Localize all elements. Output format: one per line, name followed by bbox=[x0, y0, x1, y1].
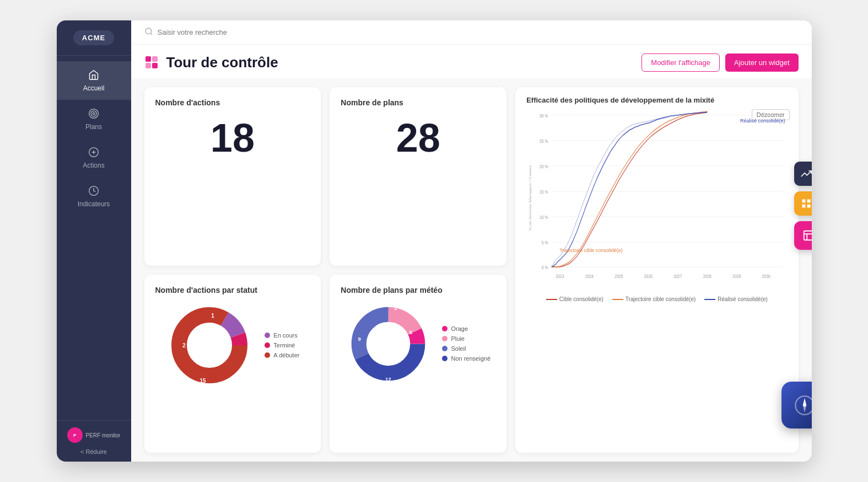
actions-status-legend: En cours Terminé A débuter bbox=[265, 332, 299, 358]
page-title: Tour de contrôle bbox=[166, 54, 278, 71]
cible-line-icon bbox=[546, 299, 557, 300]
sidebar-item-actions[interactable]: Actions bbox=[57, 138, 131, 177]
svg-text:25 %: 25 % bbox=[540, 138, 548, 144]
cible-label: Cible consolidé(e) bbox=[559, 296, 603, 302]
a-debuter-dot bbox=[265, 352, 270, 358]
sidebar-footer: P PERF monitor < Réduire bbox=[57, 420, 131, 462]
sidebar-logo: ACME bbox=[57, 20, 131, 56]
reduce-label: < Réduire bbox=[80, 448, 107, 455]
plans-donut-container: 12 9 5 2 Orage Pluie bbox=[341, 301, 495, 387]
svg-rect-12 bbox=[152, 63, 158, 68]
svg-rect-10 bbox=[152, 56, 158, 62]
plans-weather-legend: Orage Pluie Soleil Non renseigné bbox=[442, 325, 490, 362]
non-renseigne-dot bbox=[442, 356, 448, 361]
svg-text:12: 12 bbox=[386, 376, 392, 382]
trajectoire-cible-label: Trajectoire cible consolidé(e) bbox=[626, 296, 696, 302]
plans-count-value: 28 bbox=[341, 118, 495, 158]
search-bar[interactable] bbox=[144, 27, 323, 38]
svg-rect-54 bbox=[804, 231, 811, 240]
float-buttons bbox=[794, 162, 812, 250]
perf-icon: P bbox=[67, 427, 83, 443]
trajectoire-line-icon bbox=[612, 299, 623, 300]
search-input[interactable] bbox=[158, 28, 323, 36]
actions-icon bbox=[88, 146, 100, 158]
perf-brand-label: PERF monitor bbox=[86, 432, 121, 438]
line-chart-svg: 30 % 25 % 20 % 15 % 10 % 5 % 0 % 2023 20… bbox=[526, 110, 787, 292]
grid-float-button[interactable] bbox=[794, 191, 812, 216]
app-container: ACME Accueil Plans Actions bbox=[57, 20, 812, 462]
sidebar: ACME Accueil Plans Actions bbox=[57, 20, 131, 462]
non-renseigne-label: Non renseigné bbox=[451, 355, 490, 362]
analytics-float-button[interactable] bbox=[794, 162, 812, 186]
actions-count-value: 18 bbox=[155, 118, 310, 158]
sidebar-nav: Accueil Plans Actions Indicateurs bbox=[57, 56, 131, 420]
legend-cible: Cible consolidé(e) bbox=[546, 296, 603, 302]
svg-text:2029: 2029 bbox=[732, 274, 741, 279]
nav-label-accueil: Accueil bbox=[83, 84, 105, 92]
svg-rect-52 bbox=[802, 205, 805, 208]
legend-a-debuter: A débuter bbox=[265, 352, 299, 358]
svg-text:2030: 2030 bbox=[762, 274, 771, 279]
svg-rect-51 bbox=[807, 200, 810, 203]
actions-donut-container: 15 2 1 En cours Terminé bbox=[155, 301, 310, 389]
legend-en-cours: En cours bbox=[265, 332, 299, 339]
trajectoire-label: Trajectoire cible consolidé(e) bbox=[559, 248, 623, 253]
home-icon bbox=[88, 69, 100, 81]
svg-rect-11 bbox=[145, 63, 151, 68]
indicateurs-icon bbox=[88, 185, 100, 197]
widget-actions-by-status: Nombre d'actions par statut bbox=[144, 275, 321, 453]
svg-text:20 %: 20 % bbox=[540, 164, 548, 169]
compass-icon bbox=[794, 394, 812, 416]
layout-float-button[interactable] bbox=[794, 221, 812, 250]
sidebar-item-plans[interactable]: Plans bbox=[57, 100, 131, 138]
svg-text:% de femmes Managers / Cadres: % de femmes Managers / Cadres bbox=[529, 165, 532, 231]
soleil-label: Soleil bbox=[451, 345, 466, 352]
actions-status-title: Nombre d'actions par statut bbox=[155, 286, 310, 294]
svg-text:30 %: 30 % bbox=[540, 113, 548, 119]
perf-monitor-brand: P PERF monitor bbox=[67, 427, 121, 443]
svg-point-0 bbox=[89, 109, 99, 119]
svg-point-7 bbox=[145, 28, 152, 34]
en-cours-dot bbox=[265, 333, 270, 338]
widget-efficiency-chart: Efficacité des politiques de développeme… bbox=[515, 87, 798, 453]
svg-text:5 %: 5 % bbox=[542, 240, 548, 245]
reduce-button[interactable]: < Réduire bbox=[80, 448, 107, 455]
pluie-label: Pluie bbox=[451, 335, 464, 342]
widget-plans-title: Nombre de plans bbox=[341, 98, 495, 107]
realise-consolide-label: Réalisé consolidé(e) bbox=[718, 296, 768, 302]
svg-text:2023: 2023 bbox=[556, 274, 565, 279]
realise-line-icon bbox=[704, 299, 715, 300]
realise-label: Réalisé consolidé(e) bbox=[740, 118, 785, 124]
plans-icon bbox=[88, 108, 100, 120]
sidebar-item-indicateurs[interactable]: Indicateurs bbox=[57, 177, 131, 216]
termine-label: Terminé bbox=[273, 342, 295, 349]
company-badge: ACME bbox=[73, 30, 114, 45]
add-widget-button[interactable]: Ajouter un widget bbox=[725, 53, 798, 72]
svg-point-2 bbox=[93, 113, 94, 114]
legend-termine: Terminé bbox=[265, 342, 299, 349]
svg-text:15 %: 15 % bbox=[540, 189, 548, 195]
search-icon bbox=[144, 27, 153, 38]
legend-realise: Réalisé consolidé(e) bbox=[704, 296, 768, 302]
page-header: Tour de contrôle Modifier l'affichage Aj… bbox=[131, 45, 812, 78]
compass-float-button[interactable] bbox=[781, 382, 812, 429]
widget-actions-title: Nombre d'actions bbox=[155, 98, 310, 107]
page-title-area: Tour de contrôle bbox=[144, 54, 278, 71]
dashboard-grid: Nombre d'actions 18 Nombre de plans 28 E… bbox=[131, 78, 812, 462]
dashboard-icon bbox=[144, 55, 160, 71]
termine-dot bbox=[265, 342, 270, 348]
svg-rect-9 bbox=[145, 56, 151, 62]
legend-non-renseigne: Non renseigné bbox=[442, 355, 490, 362]
svg-text:2025: 2025 bbox=[614, 274, 623, 279]
svg-text:1: 1 bbox=[212, 313, 215, 319]
orage-dot bbox=[442, 326, 448, 331]
legend-trajectoire: Trajectoire cible consolidé(e) bbox=[612, 296, 696, 302]
svg-line-8 bbox=[150, 33, 152, 35]
a-debuter-label: A débuter bbox=[273, 352, 299, 358]
svg-text:9: 9 bbox=[358, 335, 362, 341]
svg-marker-58 bbox=[803, 398, 807, 407]
svg-rect-50 bbox=[802, 200, 805, 203]
modify-display-button[interactable]: Modifier l'affichage bbox=[641, 53, 720, 72]
sidebar-item-accueil[interactable]: Accueil bbox=[57, 61, 131, 100]
chart-legend: Cible consolidé(e) Trajectoire cible con… bbox=[526, 296, 787, 302]
